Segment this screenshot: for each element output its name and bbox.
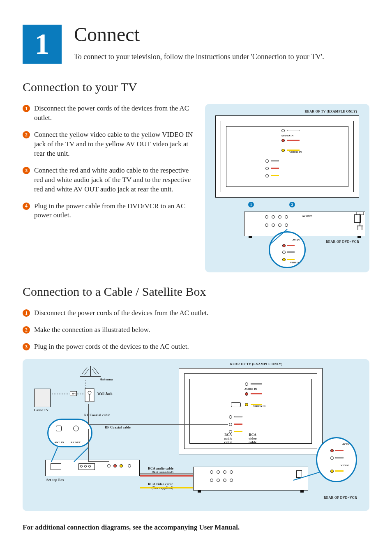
diagram-marker: 1 xyxy=(248,202,254,207)
port xyxy=(272,215,275,219)
cable-stub xyxy=(234,431,242,432)
coax-cable-line xyxy=(84,400,232,470)
list-item: 3 Plug in the power cords of the devices… xyxy=(23,342,369,352)
port-label: ANT. IN xyxy=(54,441,64,444)
port-label: AV OUT xyxy=(302,214,312,217)
settop-port xyxy=(51,463,61,470)
diagram-label: Wall Jack xyxy=(97,392,113,396)
port xyxy=(245,403,248,406)
step-bullet: 2 xyxy=(23,326,30,334)
diagram-label: Set-top Box xyxy=(46,478,64,482)
section-title: Connection to a Cable / Satellite Box xyxy=(23,285,369,299)
tv-outline: AUDIO IN VIDEO IN xyxy=(215,115,359,198)
port xyxy=(230,470,233,474)
port xyxy=(217,470,220,474)
steps-list: 1 Disconnect the power cords of the devi… xyxy=(23,104,197,228)
cable-stub xyxy=(251,393,262,394)
diagram-label: REAR OF DVD+VCR xyxy=(326,240,359,244)
list-item: 4 Plug in the power cable from the DVD/V… xyxy=(23,202,197,221)
step-bullet: 3 xyxy=(23,343,30,350)
cable-red xyxy=(140,475,197,477)
foot xyxy=(357,236,361,238)
step-text: Plug in the power cable from the DVD/VCR… xyxy=(34,202,197,221)
port xyxy=(282,258,286,261)
port-label: RF OUT xyxy=(71,441,81,444)
svg-line-14 xyxy=(51,447,58,462)
ant-in-port xyxy=(56,426,62,431)
port xyxy=(282,251,286,254)
port xyxy=(210,479,213,482)
port-label: AV IN xyxy=(342,442,349,445)
step-text: Plug in the power cords of the devices t… xyxy=(34,342,189,352)
cable-stub xyxy=(287,251,295,253)
page-intro: To connect to your television, follow th… xyxy=(74,52,369,62)
rf-port xyxy=(231,402,241,407)
port xyxy=(330,449,334,452)
port-label: VIDEO xyxy=(341,464,349,467)
steps-list: 1 Disconnect the power cords of the devi… xyxy=(23,309,369,352)
diagram-label: REAR OF DVD+VCR xyxy=(324,496,357,500)
cable-stub xyxy=(251,383,262,385)
step-text: Disconnect the power cords of the device… xyxy=(34,309,208,318)
diagram-label: REAR OF TV (EXAMPLE ONLY) xyxy=(230,362,283,366)
cable-stub xyxy=(335,450,344,451)
diagram-cable-satellite: REAR OF TV (EXAMPLE ONLY) Antenna or Cab… xyxy=(23,359,369,511)
diagram-label: RCA video cable (Not supplied) xyxy=(148,482,173,490)
port-label: VIDEO IN xyxy=(289,150,302,153)
audio-port-r xyxy=(281,139,285,142)
cable-stub xyxy=(234,416,242,417)
port xyxy=(223,479,226,482)
port xyxy=(223,470,226,474)
step-number: 1 xyxy=(35,27,50,61)
antenna-icon xyxy=(78,364,103,378)
cable-stub xyxy=(335,457,344,458)
zoom-connector-line xyxy=(291,470,324,486)
list-item: 2 Make the connection as illustrated bel… xyxy=(23,325,369,335)
diagram-marker: 2 xyxy=(289,202,295,207)
port-label: AV IN xyxy=(293,238,300,241)
port xyxy=(210,470,213,474)
page-header: 1 Connect To connect to your television,… xyxy=(23,25,369,64)
misc-port xyxy=(265,159,269,163)
foot xyxy=(198,490,201,493)
svg-line-4 xyxy=(82,367,87,374)
port xyxy=(265,215,268,219)
port xyxy=(245,382,248,386)
port-label: AUDIO IN xyxy=(281,134,294,137)
step-bullet: 1 xyxy=(23,309,30,317)
tv-inner: AUDIO IN VIDEO IN xyxy=(221,121,354,192)
port-label: VIDEO xyxy=(290,261,299,264)
diagram-label: REAR OF TV (EXAMPLE ONLY) xyxy=(304,110,357,113)
tv-ports-panel: AUDIO IN VIDEO IN xyxy=(226,126,348,187)
cable-stub xyxy=(335,470,344,472)
step-text: Connect the yellow video cable to the ye… xyxy=(34,130,197,159)
list-item: 2 Connect the yellow video cable to the … xyxy=(23,130,197,159)
cable-tv-box xyxy=(34,389,51,407)
port xyxy=(330,470,334,473)
zoom-connector-line xyxy=(267,227,291,248)
port xyxy=(265,223,268,227)
list-item: 1 Disconnect the power cords of the devi… xyxy=(23,309,369,318)
port-label: AUDIO IN xyxy=(244,387,257,390)
port xyxy=(278,215,281,219)
step-text: Connect the red and white audio cable to… xyxy=(34,166,197,194)
step-bullet: 2 xyxy=(23,131,30,138)
rf-out-port xyxy=(73,426,79,431)
list-item: 1 Disconnect the power cords of the devi… xyxy=(23,104,197,123)
cable-red xyxy=(287,140,300,141)
content-row: 1 Disconnect the power cords of the devi… xyxy=(23,104,369,272)
dvdvcr-outline: AV OUT xyxy=(244,212,365,236)
diagram-label: Cable TV xyxy=(34,408,48,412)
port xyxy=(278,223,281,227)
video-port xyxy=(281,149,285,152)
port xyxy=(245,392,248,396)
audio-port-l xyxy=(281,129,285,132)
step-bullet: 4 xyxy=(23,203,30,210)
cable-stub xyxy=(287,259,295,260)
step-text: Disconnect the power cords of the device… xyxy=(34,104,197,123)
cable-stub xyxy=(271,175,279,176)
cable-yellow xyxy=(287,150,300,151)
page-title: Connect xyxy=(74,25,369,44)
list-item: 3 Connect the red and white audio cable … xyxy=(23,166,197,194)
section-title: Connection to your TV xyxy=(23,80,369,94)
